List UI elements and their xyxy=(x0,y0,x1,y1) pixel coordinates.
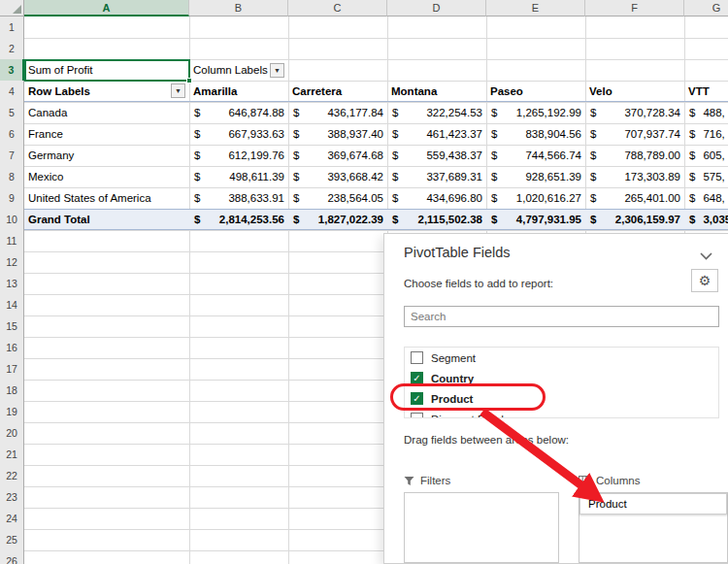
pivot-row-label[interactable]: Mexico xyxy=(24,166,189,187)
column-header-D[interactable]: D xyxy=(387,0,486,17)
column-header-C[interactable]: C xyxy=(288,0,387,17)
pivot-value-cell[interactable]: $838,904.56 xyxy=(486,123,585,145)
search-input[interactable] xyxy=(404,306,719,327)
pivot-value-cell[interactable]: $4,797,931.95 xyxy=(486,209,585,230)
pivot-value-cell[interactable]: $648, xyxy=(684,187,728,209)
field-checkbox[interactable] xyxy=(411,413,423,418)
pivot-row-label[interactable]: Germany xyxy=(24,145,189,166)
pivot-column-header-vtt[interactable]: VTT xyxy=(684,81,728,102)
pivot-value-cell[interactable]: $369,674.68 xyxy=(288,145,387,166)
column-header-B[interactable]: B xyxy=(189,0,288,17)
pivot-value-cell[interactable]: $559,438.37 xyxy=(387,145,486,166)
row-header-11[interactable]: 11 xyxy=(0,230,24,252)
row-header-15[interactable]: 15 xyxy=(0,315,24,338)
row-header-26[interactable]: 26 xyxy=(0,550,24,564)
row-header-23[interactable]: 23 xyxy=(0,486,24,509)
pivot-value-cell[interactable]: $1,265,192.99 xyxy=(486,102,585,123)
pivot-value-cell[interactable]: $2,814,253.56 xyxy=(189,209,288,230)
pivot-row-label[interactable]: Canada xyxy=(24,102,189,123)
column-header-E[interactable]: E xyxy=(486,0,585,17)
pivot-value-cell[interactable]: $612,199.76 xyxy=(189,145,288,166)
column-header-F[interactable]: F xyxy=(585,0,684,17)
pivot-column-labels-cell[interactable]: Column Labels▼ xyxy=(189,59,288,81)
pivot-value-cell[interactable]: $2,115,502.38 xyxy=(387,209,486,230)
field-item-country[interactable]: ✓Country xyxy=(405,368,718,388)
pivot-value-cell[interactable]: $744,566.74 xyxy=(486,145,585,166)
pivot-value-cell[interactable]: $173,303.89 xyxy=(585,166,684,187)
field-checkbox[interactable]: ✓ xyxy=(411,372,423,384)
pivot-value-cell[interactable]: $605, xyxy=(684,145,728,166)
pivot-value-cell[interactable]: $575, xyxy=(684,166,728,187)
pivot-value-cell[interactable]: $393,668.42 xyxy=(288,166,387,187)
row-header-20[interactable]: 20 xyxy=(0,422,24,445)
row-labels-filter-button[interactable]: ▼ xyxy=(171,83,185,98)
field-item-product[interactable]: ✓Product xyxy=(405,388,718,409)
pivot-value-cell[interactable]: $370,728.34 xyxy=(585,102,684,123)
pivot-value-cell[interactable]: $3,035, xyxy=(684,209,728,230)
pivot-value-cell[interactable]: $434,696.80 xyxy=(387,187,486,209)
pivot-value-cell[interactable]: $322,254.53 xyxy=(387,102,486,123)
pivot-value-cell[interactable]: $2,306,159.97 xyxy=(585,209,684,230)
row-header-4[interactable]: 4 xyxy=(0,81,24,103)
pivot-column-header-carretera[interactable]: Carretera xyxy=(288,81,387,102)
pivot-row-label[interactable]: France xyxy=(24,123,189,145)
pivot-value-cell[interactable]: $667,933.63 xyxy=(189,123,288,145)
pivot-value-cell[interactable]: $265,401.00 xyxy=(585,187,684,209)
field-item-segment[interactable]: Segment xyxy=(405,348,718,368)
pivot-value-cell[interactable]: $498,611.39 xyxy=(189,166,288,187)
pivot-value-cell[interactable]: $337,689.31 xyxy=(387,166,486,187)
pivot-value-cell[interactable]: $388,937.40 xyxy=(288,123,387,145)
row-header-24[interactable]: 24 xyxy=(0,508,24,530)
row-header-16[interactable]: 16 xyxy=(0,337,24,359)
field-checkbox[interactable] xyxy=(411,351,423,364)
column-header-A[interactable]: A xyxy=(24,0,189,17)
pivot-value-cell[interactable]: $238,564.05 xyxy=(288,187,387,209)
gear-icon[interactable]: ⚙ xyxy=(691,269,718,292)
columns-drop-area[interactable]: Product xyxy=(579,492,728,563)
grand-total-label[interactable]: Grand Total xyxy=(24,209,189,230)
pivot-row-labels-cell[interactable]: Row Labels▼ xyxy=(24,81,189,102)
row-header-6[interactable]: 6 xyxy=(0,123,24,146)
pivot-value-cell[interactable]: $461,423.37 xyxy=(387,123,486,145)
row-header-7[interactable]: 7 xyxy=(0,145,24,167)
pivot-value-cell[interactable]: $788,789.00 xyxy=(585,145,684,166)
pivot-value-cell[interactable]: $646,874.88 xyxy=(189,102,288,123)
row-header-1[interactable]: 1 xyxy=(0,17,24,39)
pivot-value-cell[interactable]: $928,651.39 xyxy=(486,166,585,187)
pivot-value-field-cell[interactable]: Sum of Profit xyxy=(24,59,189,81)
row-header-14[interactable]: 14 xyxy=(0,294,24,316)
pivot-value-cell[interactable]: $716, xyxy=(684,123,728,145)
row-header-3[interactable]: 3 xyxy=(0,59,24,82)
pivot-column-header-amarilla[interactable]: Amarilla xyxy=(189,81,288,102)
pivot-value-cell[interactable]: $707,937.74 xyxy=(585,123,684,145)
pivot-value-cell[interactable]: $436,177.84 xyxy=(288,102,387,123)
row-header-21[interactable]: 21 xyxy=(0,444,24,466)
row-header-12[interactable]: 12 xyxy=(0,251,24,274)
row-header-5[interactable]: 5 xyxy=(0,102,24,124)
column-header-G[interactable]: G xyxy=(684,0,728,17)
pivot-value-cell[interactable]: $1,827,022.39 xyxy=(288,209,387,230)
pivot-column-header-paseo[interactable]: Paseo xyxy=(486,81,585,102)
pivot-value-cell[interactable]: $388,633.91 xyxy=(189,187,288,209)
row-header-8[interactable]: 8 xyxy=(0,166,24,188)
row-header-13[interactable]: 13 xyxy=(0,273,24,295)
row-header-25[interactable]: 25 xyxy=(0,529,24,551)
pivot-column-header-velo[interactable]: Velo xyxy=(585,81,684,102)
row-header-10[interactable]: 10 xyxy=(0,209,24,231)
chevron-down-icon[interactable] xyxy=(700,250,712,262)
field-checkbox[interactable]: ✓ xyxy=(411,392,423,405)
pivot-value-cell[interactable]: $1,020,616.27 xyxy=(486,187,585,209)
row-header-18[interactable]: 18 xyxy=(0,380,24,402)
row-header-2[interactable]: 2 xyxy=(0,38,24,60)
select-all-button[interactable] xyxy=(0,0,24,17)
columns-area-item-product[interactable]: Product xyxy=(579,493,727,514)
row-header-22[interactable]: 22 xyxy=(0,465,24,487)
pivot-column-header-montana[interactable]: Montana xyxy=(387,81,486,102)
filters-drop-area[interactable] xyxy=(404,492,559,563)
column-labels-filter-button[interactable]: ▼ xyxy=(270,63,284,78)
row-header-9[interactable]: 9 xyxy=(0,187,24,210)
field-item-discount-band[interactable]: Discount Band xyxy=(405,409,718,418)
pivot-row-label[interactable]: United States of America xyxy=(24,187,189,209)
row-header-19[interactable]: 19 xyxy=(0,401,24,423)
row-header-17[interactable]: 17 xyxy=(0,358,24,381)
